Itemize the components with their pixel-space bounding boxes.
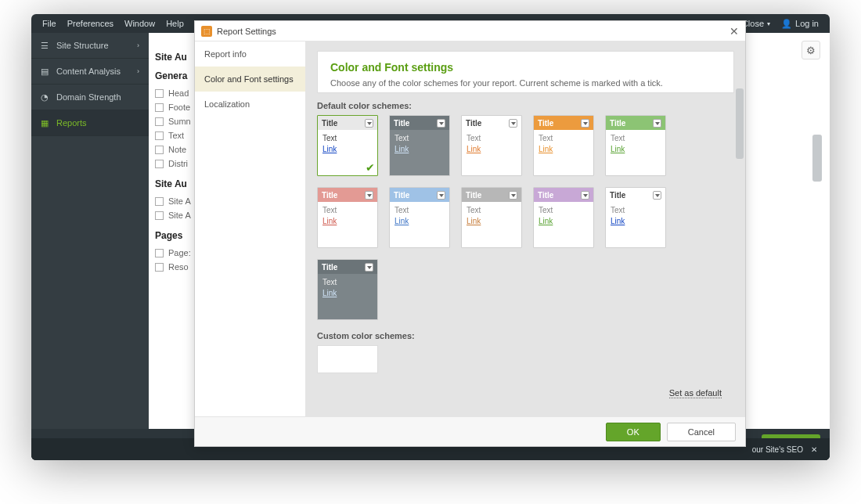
swatch-title: Title [610,191,625,200]
banner-text: our Site's SEO [752,445,803,454]
section-heading: Color and Font settings [330,61,721,74]
default-schemes-label: Default color schemes: [317,101,734,110]
swatch-title: Title [322,191,337,200]
gear-icon: ⚙ [806,45,816,56]
color-scheme-swatch[interactable]: TitleTextLink [461,187,522,248]
color-scheme-swatch[interactable]: TitleTextLink✔ [317,115,378,176]
set-as-default-link[interactable]: Set as default [669,388,722,398]
swatch-title: Title [466,191,481,200]
dropdown-icon [509,119,517,128]
swatch-text: Text [322,206,373,214]
swatch-title: Title [610,119,625,128]
doc-icon [155,197,164,206]
swatch-link: Link [394,217,445,225]
cancel-button[interactable]: Cancel [667,423,736,441]
nav-site-structure[interactable]: ☰Site Structure› [31,33,149,59]
check-icon: ✔ [366,161,375,174]
close-icon[interactable]: ✕ [730,25,739,38]
swatch-text: Text [322,278,373,286]
chart-icon: ▤ [41,67,50,76]
menu-preferences[interactable]: Preferences [67,19,113,28]
swatch-title: Title [538,191,553,200]
doc-icon [155,89,164,98]
menu-window[interactable]: Window [124,19,155,28]
swatch-link: Link [539,217,589,225]
color-scheme-swatch[interactable]: TitleTextLink [317,187,378,248]
heading-panel: Color and Font settings Choose any of th… [317,51,734,93]
gauge-icon: ◔ [41,92,50,102]
scrollbar-thumb[interactable] [812,135,822,182]
doc-icon [155,146,164,154]
swatch-link: Link [322,289,373,297]
add-custom-scheme[interactable] [317,345,378,373]
swatch-text: Text [322,134,373,142]
swatch-link: Link [467,217,517,225]
close-icon[interactable]: ✕ [811,445,817,454]
dialog-footer: OK Cancel [195,416,745,446]
scrollbar-thumb[interactable] [736,88,744,159]
swatch-link: Link [611,217,661,225]
report-settings-dialog: ⬚ Report Settings ✕ Report info Color an… [194,20,746,447]
swatch-text: Text [539,134,589,142]
dropdown-icon [365,191,373,200]
swatch-text: Text [467,134,517,142]
swatch-link: Link [467,145,517,153]
app-icon: ⬚ [201,26,212,37]
nav-domain-strength[interactable]: ◔Domain Strength [31,85,149,110]
scrollbar[interactable] [812,72,822,385]
section-subtext: Choose any of the color schemes for your… [330,78,721,88]
nav-reports[interactable]: ▦Reports [31,110,149,136]
nav-content-analysis[interactable]: ▤Content Analysis› [31,59,149,85]
structure-icon: ☰ [41,41,50,50]
swatch-title: Title [538,119,553,128]
dialog-sidebar: Report info Color and Font settings Loca… [195,41,306,416]
color-scheme-swatch[interactable]: TitleTextLink [533,115,594,176]
doc-icon [155,160,164,168]
swatch-link: Link [322,217,373,225]
close-menu[interactable]: Close▾ [742,19,770,28]
dialog-main: Color and Font settings Choose any of th… [306,41,745,416]
doc-icon [155,263,164,272]
color-scheme-swatch[interactable]: TitleTextLink [461,115,522,176]
dropdown-icon [581,119,589,128]
swatch-text: Text [539,206,589,214]
swatch-text: Text [611,134,661,142]
dropdown-icon [437,119,445,128]
color-scheme-swatch[interactable]: TitleTextLink [389,115,450,176]
dropdown-icon [437,191,445,200]
swatch-link: Link [322,145,373,153]
swatch-title: Title [394,119,409,128]
swatch-text: Text [394,134,445,142]
color-scheme-swatch[interactable]: TitleTextLink [533,187,594,248]
dropdown-icon [581,191,589,200]
ok-button[interactable]: OK [606,423,661,441]
menu-help[interactable]: Help [166,19,184,28]
swatch-text: Text [394,206,445,214]
settings-gear-button[interactable]: ⚙ [802,41,820,59]
dropdown-icon [365,119,373,128]
chevron-right-icon: › [137,67,139,75]
doc-icon [155,103,164,112]
color-scheme-swatch[interactable]: TitleTextLink [389,187,450,248]
scrollbar[interactable] [736,49,744,385]
sidebar-item-report-info[interactable]: Report info [195,41,305,67]
dropdown-icon [653,119,661,128]
swatch-text: Text [611,206,661,214]
color-scheme-swatch[interactable]: TitleTextLink [605,115,666,176]
swatch-title: Title [322,119,337,128]
dialog-title: Report Settings [217,27,276,36]
side-nav: ☰Site Structure› ▤Content Analysis› ◔Dom… [31,33,149,429]
doc-icon [155,131,164,140]
dialog-titlebar: ⬚ Report Settings ✕ [195,21,745,41]
sidebar-item-color-font[interactable]: Color and Font settings [195,67,305,92]
menu-file[interactable]: File [42,19,56,28]
swatch-title: Title [394,191,409,200]
doc-icon [155,117,164,126]
reports-icon: ▦ [41,118,50,128]
color-scheme-swatch[interactable]: TitleTextLink [605,187,666,248]
custom-schemes-label: Custom color schemes: [317,331,734,340]
sidebar-item-localization[interactable]: Localization [195,92,305,117]
doc-icon [155,211,164,220]
color-scheme-swatch[interactable]: Title TextLink [317,259,378,320]
login-button[interactable]: 👤Log in [781,19,819,29]
